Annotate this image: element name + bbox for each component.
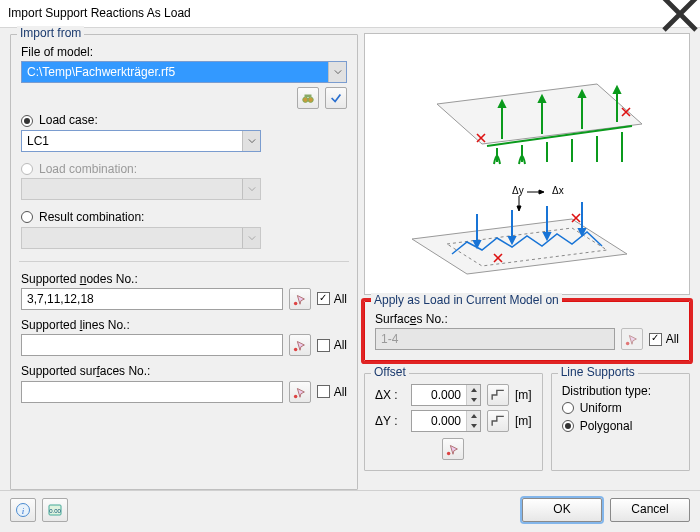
result-combination-value: [22, 228, 242, 248]
load-combination-radio[interactable]: Load combination:: [21, 162, 347, 176]
supported-lines-label: Supported lines No.:: [21, 318, 347, 332]
help-button[interactable]: i: [10, 498, 36, 522]
dialog-footer: i 0.00 OK Cancel: [0, 490, 700, 528]
step-icon: [491, 414, 505, 428]
svg-point-19: [626, 342, 630, 346]
supported-nodes-all-checkbox[interactable]: All: [317, 292, 347, 306]
titlebar: Import Support Reactions As Load: [0, 0, 700, 28]
ok-button[interactable]: OK: [522, 498, 602, 522]
chevron-down-icon[interactable]: [328, 62, 346, 82]
apply-surfaces-all-checkbox[interactable]: All: [649, 332, 679, 346]
supported-lines-all-checkbox[interactable]: All: [317, 338, 347, 352]
surfaces-no-label: Surfaces No.:: [375, 312, 679, 326]
line-supports-group: Line Supports Distribution type: Uniform…: [551, 373, 690, 471]
supported-surfaces-all-checkbox[interactable]: All: [317, 385, 347, 399]
result-combination-radio[interactable]: Result combination:: [21, 210, 347, 224]
preview-diagram-icon: Δy Δx: [382, 44, 672, 284]
pick-apply-surfaces-button[interactable]: [621, 328, 643, 350]
svg-text:Δy: Δy: [512, 185, 524, 196]
file-of-model-label: File of model:: [21, 45, 347, 59]
load-case-combo[interactable]: LC1: [21, 130, 261, 152]
offset-dx-unit: [m]: [515, 388, 532, 402]
picker-icon: [625, 332, 639, 346]
supported-surfaces-input[interactable]: [21, 381, 283, 403]
uniform-radio[interactable]: Uniform: [562, 401, 679, 415]
window-close-button[interactable]: [660, 0, 700, 28]
load-combination-combo: [21, 178, 261, 200]
import-from-legend: Import from: [17, 26, 84, 40]
cancel-button[interactable]: Cancel: [610, 498, 690, 522]
svg-text:0.00: 0.00: [49, 508, 61, 514]
svg-point-0: [303, 98, 308, 103]
import-from-group: Import from File of model: C:\Temp\Fachw…: [10, 34, 358, 490]
svg-point-20: [447, 452, 451, 456]
supported-surfaces-label: Supported surfaces No.:: [21, 364, 347, 378]
binoculars-icon: [301, 91, 315, 105]
load-combination-value: [22, 179, 242, 199]
svg-point-5: [294, 394, 298, 398]
offset-legend: Offset: [371, 365, 409, 379]
chevron-down-icon: [242, 179, 260, 199]
preview-pane: Δy Δx: [364, 33, 690, 295]
apply-as-load-group: Apply as Load in Current Model on Surfac…: [364, 301, 690, 361]
pick-surfaces-button[interactable]: [289, 381, 311, 403]
check-icon: [329, 91, 343, 105]
picker-icon: [293, 385, 307, 399]
offset-dx-input[interactable]: 0.000: [411, 384, 481, 406]
line-supports-legend: Line Supports: [558, 365, 638, 379]
svg-rect-2: [305, 95, 312, 98]
units-icon: 0.00: [47, 502, 63, 518]
help-icon: i: [15, 502, 31, 518]
picker-icon: [446, 442, 460, 456]
file-of-model-value: C:\Temp\Fachwerkträger.rf5: [22, 62, 328, 82]
svg-point-1: [308, 98, 313, 103]
offset-dy-unit: [m]: [515, 414, 532, 428]
spin-up-icon[interactable]: [467, 385, 480, 395]
units-button[interactable]: 0.00: [42, 498, 68, 522]
svg-text:Δx: Δx: [552, 185, 564, 196]
svg-point-4: [294, 348, 298, 352]
spin-up-icon[interactable]: [467, 411, 480, 421]
stepper-dx-button[interactable]: [487, 384, 509, 406]
svg-point-3: [294, 302, 298, 306]
confirm-file-button[interactable]: [325, 87, 347, 109]
load-case-value: LC1: [22, 131, 242, 151]
pick-lines-button[interactable]: [289, 334, 311, 356]
result-combination-label: Result combination:: [39, 210, 144, 224]
file-of-model-combo[interactable]: C:\Temp\Fachwerkträger.rf5: [21, 61, 347, 83]
picker-icon: [293, 292, 307, 306]
result-combination-combo: [21, 227, 261, 249]
load-case-label: Load case:: [39, 113, 98, 127]
offset-dy-input[interactable]: 0.000: [411, 410, 481, 432]
window-title: Import Support Reactions As Load: [8, 6, 191, 20]
load-combination-label: Load combination:: [39, 162, 137, 176]
spin-down-icon[interactable]: [467, 421, 480, 431]
step-icon: [491, 388, 505, 402]
distribution-type-label: Distribution type:: [562, 384, 679, 398]
supported-lines-input[interactable]: [21, 334, 283, 356]
offset-dy-label: ΔY :: [375, 414, 405, 428]
apply-as-load-legend: Apply as Load in Current Model on: [371, 293, 562, 307]
chevron-down-icon: [242, 228, 260, 248]
picker-icon: [293, 338, 307, 352]
offset-group: Offset ΔX : 0.000 [m] ΔY :: [364, 373, 543, 471]
stepper-dy-button[interactable]: [487, 410, 509, 432]
chevron-down-icon[interactable]: [242, 131, 260, 151]
load-case-radio[interactable]: Load case:: [21, 113, 347, 127]
offset-dx-label: ΔX :: [375, 388, 405, 402]
polygonal-radio[interactable]: Polygonal: [562, 419, 679, 433]
spin-down-icon[interactable]: [467, 395, 480, 405]
pick-nodes-button[interactable]: [289, 288, 311, 310]
pick-offset-button[interactable]: [442, 438, 464, 460]
supported-nodes-input[interactable]: 3,7,11,12,18: [21, 288, 283, 310]
surfaces-no-input[interactable]: 1-4: [375, 328, 615, 350]
supported-nodes-label: Supported nodes No.:: [21, 272, 347, 286]
browse-file-button[interactable]: [297, 87, 319, 109]
